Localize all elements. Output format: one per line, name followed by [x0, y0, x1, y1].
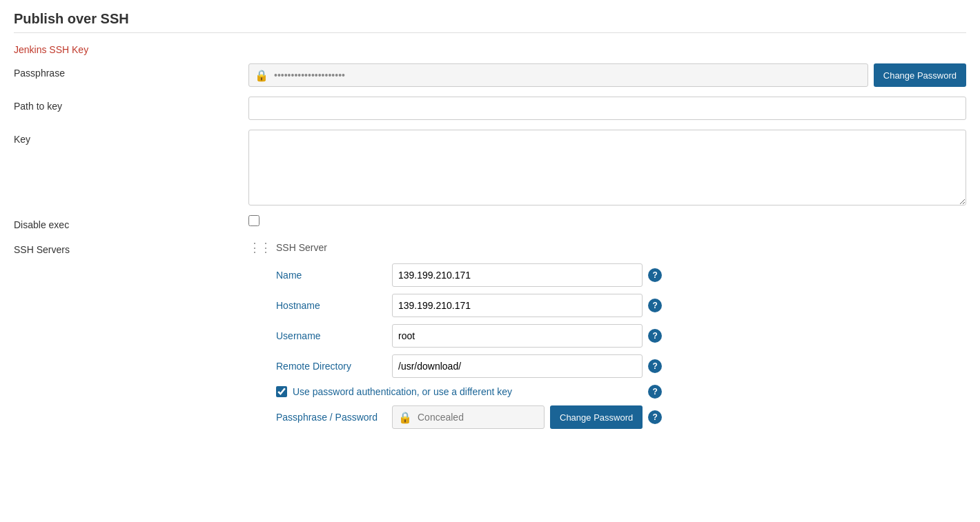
jenkins-ssh-key-section-label: Jenkins SSH Key — [14, 44, 966, 55]
ssh-passphrase-lock-icon: 🔒 — [398, 411, 412, 424]
ssh-server-title: SSH Server — [276, 242, 327, 253]
disable-exec-row: Disable exec — [14, 215, 966, 230]
use-password-auth-label: Use password authentication, or use a di… — [293, 386, 512, 397]
ssh-remote-dir-label: Remote Directory — [276, 361, 386, 372]
ssh-passphrase-row: Passphrase / Password 🔒 Change Password … — [276, 405, 662, 429]
disable-exec-label: Disable exec — [14, 215, 248, 230]
key-textarea[interactable] — [248, 130, 966, 205]
passphrase-lock-icon: 🔒 — [255, 69, 268, 82]
page-title: Publish over SSH — [14, 11, 966, 33]
path-to-key-label: Path to key — [14, 97, 248, 112]
ssh-username-help-icon[interactable]: ? — [648, 329, 662, 343]
path-to-key-input[interactable] — [248, 97, 966, 120]
disable-exec-checkbox-row — [248, 215, 259, 226]
disable-exec-control-wrap — [248, 215, 966, 226]
use-password-auth-help-icon[interactable]: ? — [648, 385, 662, 399]
key-label: Key — [14, 130, 248, 145]
ssh-username-input[interactable] — [392, 324, 643, 348]
ssh-hostname-help-icon[interactable]: ? — [648, 299, 662, 312]
ssh-name-input[interactable] — [392, 263, 643, 287]
ssh-passphrase-input[interactable] — [418, 412, 538, 423]
ssh-servers-label: SSH Servers — [14, 240, 248, 255]
ssh-remote-dir-input[interactable] — [392, 354, 643, 378]
path-to-key-control-wrap — [248, 97, 966, 120]
ssh-hostname-input[interactable] — [392, 294, 643, 317]
ssh-hostname-label: Hostname — [276, 300, 386, 311]
ssh-servers-section: SSH Servers ⋮⋮ SSH Server Name ? — [14, 240, 966, 436]
passphrase-input[interactable] — [274, 70, 862, 81]
ssh-passphrase-help-icon[interactable]: ? — [648, 410, 662, 424]
passphrase-label: Passphrase — [14, 63, 248, 79]
ssh-passphrase-label: Passphrase / Password — [276, 412, 386, 423]
use-password-auth-row: Use password authentication, or use a di… — [276, 385, 662, 399]
passphrase-input-wrapper: 🔒 — [248, 63, 868, 87]
path-to-key-row: Path to key — [14, 97, 966, 120]
drag-handle-icon[interactable]: ⋮⋮ — [248, 240, 271, 255]
passphrase-row: Passphrase 🔒 Change Password — [14, 63, 966, 87]
ssh-username-row: Username ? — [276, 324, 662, 348]
key-row: Key — [14, 130, 966, 205]
ssh-remote-dir-row: Remote Directory ? — [276, 354, 662, 378]
key-control-wrap — [248, 130, 966, 205]
ssh-remote-dir-help-icon[interactable]: ? — [648, 359, 662, 373]
ssh-passphrase-input-wrapper: 🔒 — [392, 405, 545, 429]
passphrase-change-password-button[interactable]: Change Password — [874, 63, 966, 87]
passphrase-control-wrap: 🔒 Change Password — [248, 63, 966, 87]
ssh-server-header: ⋮⋮ SSH Server — [248, 240, 662, 255]
ssh-servers-control-wrap: ⋮⋮ SSH Server Name ? Hostname ? — [248, 240, 966, 436]
ssh-hostname-row: Hostname ? — [276, 294, 662, 317]
ssh-server-card: ⋮⋮ SSH Server Name ? Hostname ? — [248, 240, 662, 436]
ssh-name-help-icon[interactable]: ? — [648, 268, 662, 282]
ssh-name-row: Name ? — [276, 263, 662, 287]
ssh-name-label: Name — [276, 270, 386, 281]
disable-exec-checkbox[interactable] — [248, 215, 259, 226]
use-password-auth-checkbox[interactable] — [276, 386, 287, 397]
ssh-server-fields: Name ? Hostname ? Username ? — [276, 263, 662, 429]
ssh-username-label: Username — [276, 330, 386, 341]
ssh-passphrase-change-password-button[interactable]: Change Password — [550, 405, 643, 429]
